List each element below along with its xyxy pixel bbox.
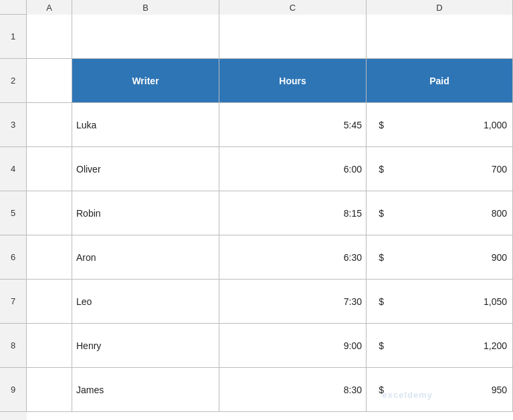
row-num-8: 8 <box>0 324 27 368</box>
cell-d3[interactable]: $ 1,000 <box>367 103 513 147</box>
currency-sign-9: $ <box>367 385 387 395</box>
cell-c8[interactable]: 9:00 <box>219 324 367 368</box>
currency-sign-3: $ <box>367 120 387 130</box>
col-header-c: C <box>219 0 367 15</box>
row-numbers: 1 2 3 4 5 6 7 8 9 <box>0 15 27 420</box>
cell-a2[interactable] <box>27 59 72 103</box>
spreadsheet: A B C D 1 2 3 4 5 6 7 8 9 <box>0 0 513 420</box>
cell-d7[interactable]: $ 1,050 <box>367 280 513 324</box>
currency-sign-5: $ <box>367 208 387 219</box>
col-header-b: B <box>72 0 219 15</box>
cell-d6[interactable]: $ 900 <box>367 235 513 280</box>
corner-cell <box>0 0 27 15</box>
col-header-a: A <box>27 0 72 15</box>
cell-d4[interactable]: $ 700 <box>367 147 513 191</box>
cell-b7[interactable]: Leo <box>72 280 219 324</box>
cell-b1[interactable] <box>72 15 219 59</box>
cell-c9[interactable]: 8:30 <box>219 368 367 412</box>
currency-amount-5: 800 <box>387 208 512 219</box>
currency-amount-8: 1,200 <box>387 340 512 351</box>
currency-amount-7: 1,050 <box>387 296 512 307</box>
cell-a7[interactable] <box>27 280 72 324</box>
cell-a8[interactable] <box>27 324 72 368</box>
row-num-2: 2 <box>0 59 27 103</box>
cell-c5[interactable]: 8:15 <box>219 191 367 235</box>
cell-b8[interactable]: Henry <box>72 324 219 368</box>
cell-c3[interactable]: 5:45 <box>219 103 367 147</box>
cell-c2[interactable]: Hours <box>219 59 367 103</box>
cell-a9[interactable] <box>27 368 72 412</box>
cell-a1[interactable] <box>27 15 72 59</box>
column-headers: A B C D <box>0 0 513 15</box>
currency-sign-7: $ <box>367 296 387 307</box>
row-num-5: 5 <box>0 191 27 235</box>
row-num-6: 6 <box>0 235 27 280</box>
cell-d5[interactable]: $ 800 <box>367 191 513 235</box>
cell-a6[interactable] <box>27 235 72 280</box>
currency-sign-4: $ <box>367 164 387 175</box>
currency-amount-6: 900 <box>387 252 512 263</box>
row-num-3: 3 <box>0 103 27 147</box>
cell-b2[interactable]: Writer <box>72 59 219 103</box>
currency-amount-3: 1,000 <box>387 120 512 130</box>
col-c-area: Hours 5:45 6:00 8:15 6:30 7:30 9:00 8:30 <box>219 15 367 420</box>
cell-b3[interactable]: Luka <box>72 103 219 147</box>
cell-b5[interactable]: Robin <box>72 191 219 235</box>
cell-b9[interactable]: James <box>72 368 219 412</box>
col-d-area: Paid $ 1,000 $ 700 $ 800 $ 900 $ 1,050 <box>367 15 513 420</box>
cell-b6[interactable]: Aron <box>72 235 219 280</box>
cell-a3[interactable] <box>27 103 72 147</box>
col-a-area <box>27 15 72 420</box>
cell-c1[interactable] <box>219 15 367 59</box>
col-header-d: D <box>367 0 513 15</box>
row-num-4: 4 <box>0 147 27 191</box>
cell-d1[interactable] <box>367 15 513 59</box>
cell-b4[interactable]: Oliver <box>72 147 219 191</box>
cell-a4[interactable] <box>27 147 72 191</box>
row-num-7: 7 <box>0 280 27 324</box>
cell-c6[interactable]: 6:30 <box>219 235 367 280</box>
cell-c7[interactable]: 7:30 <box>219 280 367 324</box>
currency-sign-8: $ <box>367 340 387 351</box>
cell-a5[interactable] <box>27 191 72 235</box>
currency-sign-6: $ <box>367 252 387 263</box>
currency-amount-4: 700 <box>387 164 512 175</box>
currency-amount-9: 950 <box>387 385 512 395</box>
cell-c4[interactable]: 6:00 <box>219 147 367 191</box>
cell-d9[interactable]: $ 950 <box>367 368 513 412</box>
row-num-1: 1 <box>0 15 27 59</box>
cell-d8[interactable]: $ 1,200 <box>367 324 513 368</box>
row-num-9: 9 <box>0 368 27 412</box>
col-b-area: Writer Luka Oliver Robin Aron Leo Henry … <box>72 15 219 420</box>
grid: 1 2 3 4 5 6 7 8 9 Writer Luka Ol <box>0 15 513 420</box>
cell-d2[interactable]: Paid <box>367 59 513 103</box>
